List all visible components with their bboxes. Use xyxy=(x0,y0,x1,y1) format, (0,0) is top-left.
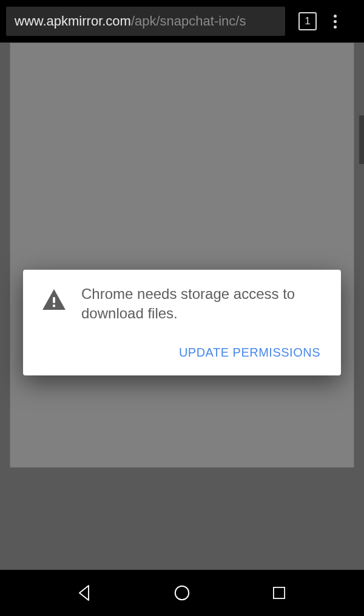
system-nav-bar xyxy=(0,570,364,616)
svg-point-2 xyxy=(175,586,189,600)
dialog-body: Chrome needs storage access to download … xyxy=(41,284,323,324)
url-domain: www.apkmirror.com xyxy=(15,13,131,29)
overflow-menu-icon[interactable] xyxy=(323,9,347,33)
tab-switcher[interactable]: 1 xyxy=(298,12,317,30)
dialog-actions: UPDATE PERMISSIONS xyxy=(41,341,323,364)
recent-apps-button[interactable] xyxy=(266,580,292,606)
tab-count-value: 1 xyxy=(305,15,310,27)
svg-rect-1 xyxy=(53,305,55,307)
home-button[interactable] xyxy=(169,580,195,606)
url-path: /apk/snapchat-inc/s xyxy=(131,13,246,29)
url-bar[interactable]: www.apkmirror.com/apk/snapchat-inc/s xyxy=(6,7,285,36)
browser-top-bar: www.apkmirror.com/apk/snapchat-inc/s 1 xyxy=(0,0,364,43)
update-permissions-button[interactable]: UPDATE PERMISSIONS xyxy=(177,341,323,364)
warning-icon xyxy=(41,284,67,313)
permission-dialog: Chrome needs storage access to download … xyxy=(23,270,341,375)
page-content-area: Chrome needs storage access to download … xyxy=(0,43,364,570)
svg-rect-3 xyxy=(274,587,285,598)
dialog-message: Chrome needs storage access to download … xyxy=(81,284,323,324)
back-button[interactable] xyxy=(72,580,98,606)
svg-rect-0 xyxy=(53,297,55,303)
